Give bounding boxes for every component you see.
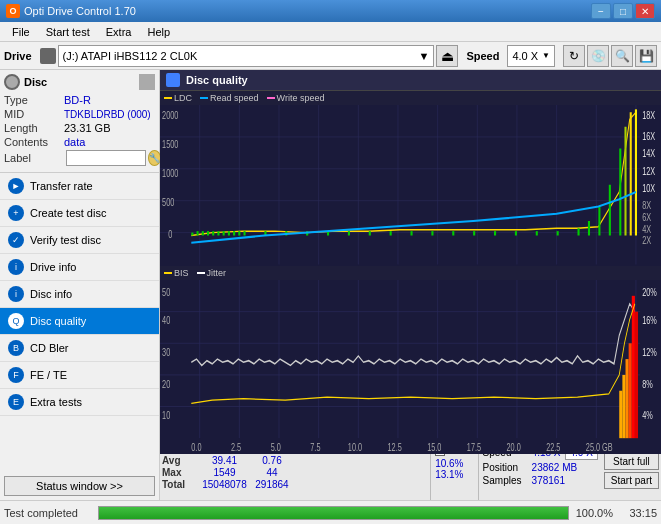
extra-tests-icon: E [8, 394, 24, 410]
drivebar: Drive (J:) ATAPI iHBS112 2 CL0K ▼ ⏏ Spee… [0, 42, 661, 70]
legend-read: Read speed [200, 93, 259, 103]
close-button[interactable]: ✕ [635, 3, 655, 19]
stats-row-avg: Avg 39.41 0.76 [162, 455, 428, 466]
disc-contents-row: Contents data [4, 136, 155, 148]
contents-label: Contents [4, 136, 64, 148]
sidebar-item-cd-bler[interactable]: B CD Bler [0, 335, 159, 362]
avg-bis: 0.76 [252, 455, 292, 466]
sidebar-item-transfer-rate[interactable]: ► Transfer rate [0, 173, 159, 200]
svg-text:18X: 18X [642, 110, 655, 121]
menu-start-test[interactable]: Start test [38, 24, 98, 40]
sidebar-item-extra-tests[interactable]: E Extra tests [0, 389, 159, 416]
speed-dropdown[interactable]: 4.0 X ▼ [507, 45, 555, 67]
legend-write: Write speed [267, 93, 325, 103]
extra-tests-label: Extra tests [30, 396, 82, 408]
sidebar-item-disc-quality[interactable]: Q Disc quality [0, 308, 159, 335]
svg-rect-42 [191, 233, 193, 236]
drive-info-label: Drive info [30, 261, 76, 273]
bottom-chart: BIS Jitter [160, 266, 661, 440]
status-text: Test completed [4, 507, 94, 519]
sidebar-item-disc-info[interactable]: i Disc info [0, 281, 159, 308]
disc-type-row: Type BD-R [4, 94, 155, 106]
scan-button[interactable]: 🔍 [611, 45, 633, 67]
verify-test-disc-label: Verify test disc [30, 234, 101, 246]
max-bis: 44 [252, 467, 292, 478]
svg-text:1500: 1500 [162, 139, 178, 150]
save-button[interactable]: 💾 [635, 45, 657, 67]
drive-icon [40, 48, 56, 64]
speed-caret: ▼ [542, 51, 550, 60]
eject-button[interactable]: ⏏ [436, 45, 458, 67]
position-row: Position 23862 MB [483, 462, 598, 473]
jitter-avg: 10.6% [435, 458, 463, 469]
total-label: Total [162, 479, 197, 490]
position-value: 23862 MB [532, 462, 578, 473]
svg-rect-114 [619, 391, 622, 438]
svg-rect-71 [609, 185, 611, 236]
charts-area: LDC Read speed Write speed [160, 91, 661, 440]
sidebar-item-drive-info[interactable]: i Drive info [0, 254, 159, 281]
time-text: 33:15 [617, 507, 657, 519]
bottom-chart-svg: 50 40 30 20 10 20% 16% 12% 8% 4% 0.0 2.5… [160, 280, 661, 454]
label-input[interactable] [66, 150, 146, 166]
status-bar: Test completed 100.0% 33:15 [0, 500, 661, 524]
svg-text:10: 10 [162, 410, 170, 422]
read-dot [200, 97, 208, 99]
svg-rect-67 [557, 231, 559, 235]
jitter-values: 10.6% [435, 458, 473, 469]
svg-rect-115 [622, 375, 625, 438]
sidebar-item-verify-test-disc[interactable]: ✓ Verify test disc [0, 227, 159, 254]
legend-bis: BIS [164, 268, 189, 278]
drive-dropdown[interactable]: (J:) ATAPI iHBS112 2 CL0K ▼ [58, 45, 435, 67]
disc-section: Disc Type BD-R MID TDKBLDRBD (000) Lengt… [0, 70, 159, 173]
svg-text:4X: 4X [642, 223, 651, 234]
minimize-button[interactable]: − [591, 3, 611, 19]
svg-text:17.5: 17.5 [467, 441, 481, 453]
menu-extra[interactable]: Extra [98, 24, 140, 40]
svg-text:12%: 12% [642, 346, 657, 358]
svg-rect-51 [238, 231, 240, 235]
disc-mid-row: MID TDKBLDRBD (000) [4, 108, 155, 120]
svg-text:16X: 16X [642, 131, 655, 142]
svg-rect-43 [197, 231, 199, 235]
max-label: Max [162, 467, 197, 478]
mid-value: TDKBLDRBD (000) [64, 109, 155, 120]
menu-file[interactable]: File [4, 24, 38, 40]
svg-text:25.0 GB: 25.0 GB [586, 441, 613, 453]
burn-button[interactable]: 💿 [587, 45, 609, 67]
fe-te-label: FE / TE [30, 369, 67, 381]
svg-text:30: 30 [162, 346, 170, 358]
status-window-button[interactable]: Status window >> [4, 476, 155, 496]
speed-value: 4.0 X [512, 50, 538, 62]
sidebar-item-create-test-disc[interactable]: + Create test disc [0, 200, 159, 227]
mid-label: MID [4, 108, 64, 120]
svg-rect-68 [578, 228, 580, 235]
svg-rect-119 [635, 312, 638, 439]
maximize-button[interactable]: □ [613, 3, 633, 19]
sidebar-item-fe-te[interactable]: F FE / TE [0, 362, 159, 389]
svg-text:2.5: 2.5 [231, 441, 241, 453]
svg-rect-49 [228, 231, 230, 235]
svg-rect-44 [202, 231, 204, 235]
drive-selector: (J:) ATAPI iHBS112 2 CL0K ▼ ⏏ [40, 45, 459, 67]
avg-ldc: 39.41 [197, 455, 252, 466]
refresh-button[interactable]: ↻ [563, 45, 585, 67]
svg-text:50: 50 [162, 286, 170, 298]
verify-test-disc-icon: ✓ [8, 232, 24, 248]
create-test-disc-label: Create test disc [30, 207, 106, 219]
svg-rect-60 [411, 231, 413, 235]
svg-text:20%: 20% [642, 286, 657, 298]
length-label: Length [4, 122, 64, 134]
jitter-max: 13.1% [435, 469, 473, 480]
svg-text:2X: 2X [642, 235, 651, 246]
stats-row-total: Total 15048078 291864 [162, 479, 428, 490]
disc-label-row: Label 🔧 [4, 150, 155, 166]
create-test-disc-icon: + [8, 205, 24, 221]
progress-bar-fill [99, 507, 568, 519]
menu-help[interactable]: Help [139, 24, 178, 40]
svg-text:6X: 6X [642, 212, 651, 223]
top-chart-svg: 2000 1500 1000 500 0 18X 16X 14X 12X 10X… [160, 105, 661, 279]
label-label: Label [4, 152, 64, 164]
drive-info-icon: i [8, 259, 24, 275]
start-part-button[interactable]: Start part [604, 472, 659, 489]
